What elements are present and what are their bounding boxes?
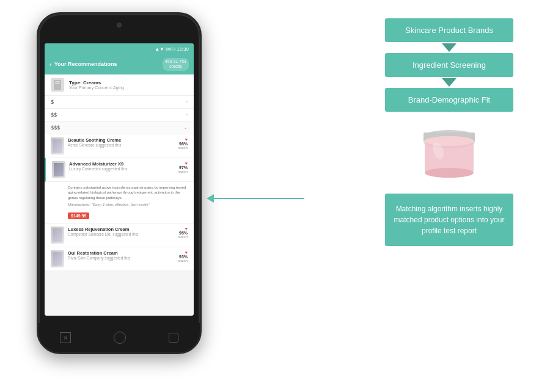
heart-icon-3: ♥ [185, 227, 188, 231]
product-name-3: Luxess Rejuvenation Cream [68, 227, 174, 232]
product-match-2: ♥ 97% match [178, 161, 188, 173]
phone-screen: ▲▼ WiFi 12:30 ‹ Your Recommendations 453… [45, 43, 194, 316]
product-details-3: Luxess Rejuvenation Cream Competitor Ski… [68, 227, 174, 236]
phone-wrapper: ▲▼ WiFi 12:30 ‹ Your Recommendations 453… [37, 12, 208, 366]
product-brand-1: Acme Skincare suggested this [68, 143, 174, 147]
phone-outer: ▲▼ WiFi 12:30 ‹ Your Recommendations 453… [37, 12, 202, 354]
product-item-3[interactable]: Luxess Rejuvenation Cream Competitor Ski… [45, 223, 194, 247]
bottom-desc-box: Matching algorithm inserts highly matche… [385, 194, 513, 246]
product-thumb-2 [52, 161, 65, 178]
svg-rect-2 [55, 83, 60, 84]
product-thumb-4 [51, 250, 64, 267]
product-details-4: Oui Restoration Cream Rival Skin Company… [68, 250, 174, 260]
match-pct-3: 95% [179, 231, 188, 235]
flow-step-2-label: Ingredient Screening [413, 60, 486, 70]
flow-step-3-label: Brand-Demographic Fit [408, 95, 490, 104]
match-label-2: match [178, 170, 188, 173]
phone-nav: ✕ [38, 323, 200, 352]
bottom-desc-text: Matching algorithm inserts highly matche… [394, 205, 505, 235]
product-desc-2: Contains substantial active ingredients … [68, 185, 188, 200]
match-pct-1: 98% [179, 142, 188, 146]
back-button[interactable]: ‹ [50, 60, 52, 68]
product-item-4[interactable]: Oui Restoration Cream Rival Skin Company… [45, 247, 194, 271]
flowchart: Skincare Product Brands Ingredient Scree… [379, 18, 519, 246]
arrow-line [214, 198, 304, 199]
wifi-icon: WiFi [166, 46, 175, 52]
phone-camera [117, 23, 122, 27]
nav-home-button[interactable] [114, 332, 126, 344]
cream-jar-wrapper [413, 119, 486, 180]
flow-arrow-1 [442, 43, 457, 52]
product-name-1: Beautie Soothing Creme [68, 137, 174, 143]
product-item-2[interactable]: Advanced Moisturizer X9 Luxury Cosmetics… [45, 158, 194, 182]
product-details-1: Beautie Soothing Creme Acme Skincare sug… [68, 137, 174, 147]
tier-arrow-3: ⌄ [183, 125, 188, 130]
match-label-1: match [178, 146, 188, 150]
manufacturer-quote: Manufacturer: "Easy, 1-step, effective, … [68, 203, 188, 206]
main-container: ▲▼ WiFi 12:30 ‹ Your Recommendations 453… [0, 0, 550, 392]
product-item-1[interactable]: Beautie Soothing Creme Acme Skincare sug… [45, 134, 194, 158]
product-brand-3: Competitor Skincare Ltd. suggested this [68, 232, 174, 236]
status-bar: ▲▼ WiFi 12:30 [45, 43, 194, 54]
svg-point-7 [425, 168, 474, 178]
heart-icon-4: ♥ [185, 250, 188, 255]
price-tier-3[interactable]: $$$ ⌄ [45, 122, 194, 134]
type-sub: Your Primary Concern: Aging [69, 85, 124, 90]
credits-line2: credits [165, 64, 186, 69]
cream-jar-svg [413, 119, 486, 180]
match-pct-4: 93% [179, 255, 188, 259]
app-title: Your Recommendations [54, 61, 117, 67]
product-thumb-1 [51, 137, 64, 154]
product-name-4: Oui Restoration Cream [68, 250, 174, 256]
flow-step-2: Ingredient Screening [385, 53, 513, 77]
match-pct-2: 97% [179, 165, 188, 170]
type-info: Type: Creams Your Primary Concern: Aging [69, 80, 124, 90]
heart-icon-2: ♥ [185, 161, 188, 165]
type-icon [51, 78, 64, 92]
tier-arrow-2: › [186, 112, 188, 117]
tier-arrow-1: › [186, 99, 188, 104]
match-label-3: match [178, 235, 188, 239]
product-match-1: ♥ 98% match [178, 137, 188, 150]
app-header: ‹ Your Recommendations 453 21 753 credit… [45, 54, 194, 74]
product-match-4: ♥ 93% match [178, 250, 188, 263]
product-match-3: ♥ 95% match [178, 227, 188, 239]
arrow-head [207, 194, 214, 203]
svg-point-8 [425, 136, 474, 146]
flow-step-3: Brand-Demographic Fit [385, 88, 513, 112]
product-details-2: Advanced Moisturizer X9 Luxury Cosmetics… [69, 161, 174, 171]
price-tag[interactable]: $149.99 [68, 212, 89, 219]
nav-menu-button[interactable] [169, 333, 178, 343]
nav-back-button[interactable]: ✕ [60, 332, 71, 343]
flow-step-1: Skincare Product Brands [385, 18, 513, 42]
match-label-4: match [178, 259, 188, 263]
flow-arrow-2 [442, 78, 457, 87]
app-header-left: ‹ Your Recommendations [50, 60, 117, 68]
product-brand-2: Luxury Cosmetics suggested this [69, 167, 174, 171]
connecting-arrow [207, 189, 304, 208]
svg-rect-1 [55, 81, 60, 82]
flow-step-1-label: Skincare Product Brands [405, 26, 493, 35]
product-brand-4: Rival Skin Company suggested this [68, 256, 174, 260]
heart-icon-1: ♥ [185, 137, 188, 142]
status-icons: ▲▼ WiFi 12:30 [155, 46, 189, 52]
tier-label-2: $$ [51, 112, 57, 118]
tier-label-1: $ [51, 99, 54, 105]
tier-label-3: $$$ [51, 125, 60, 131]
type-section: Type: Creams Your Primary Concern: Aging [45, 74, 194, 96]
product-thumb-3 [51, 227, 64, 244]
signal-icon: ▲▼ [155, 46, 164, 52]
product-expanded-2: Contains substantial active ingredients … [45, 182, 194, 223]
screen-content: Type: Creams Your Primary Concern: Aging… [45, 74, 194, 316]
time-display: 12:30 [177, 46, 189, 52]
price-tier-1[interactable]: $ › [45, 96, 194, 109]
price-tier-2[interactable]: $$ › [45, 109, 194, 122]
credits-badge: 453 21 753 credits [163, 58, 189, 71]
credits-line1: 453 21 753 [165, 59, 186, 64]
product-name-2: Advanced Moisturizer X9 [69, 161, 174, 167]
type-name: Type: Creams [69, 80, 124, 85]
